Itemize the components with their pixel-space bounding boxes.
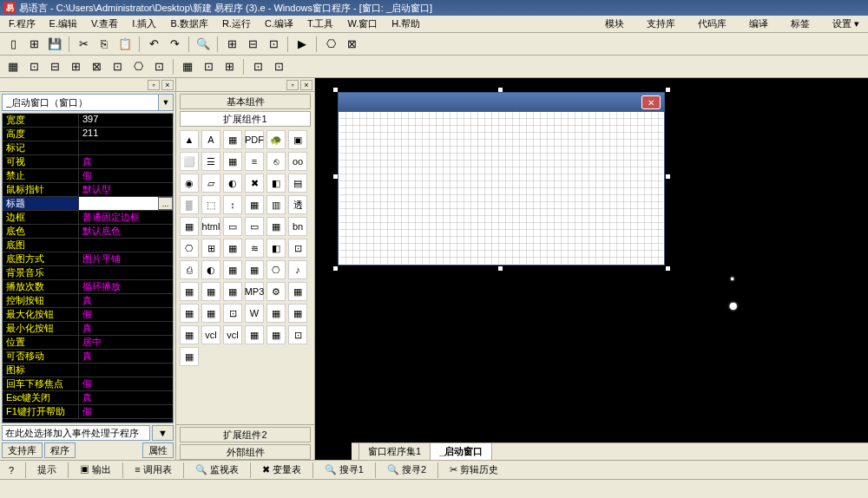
toolbar2-btn-10[interactable]: ⊡ bbox=[199, 57, 218, 76]
tool-item-32[interactable]: ▦ bbox=[223, 239, 242, 258]
prop-value[interactable]: 循环播放 bbox=[79, 280, 173, 293]
tool-item-56[interactable]: vcl bbox=[223, 325, 242, 344]
tool-item-48[interactable]: ▦ bbox=[180, 304, 199, 323]
tool-item-37[interactable]: ◐ bbox=[201, 260, 220, 279]
menu-help[interactable]: H.帮助 bbox=[386, 16, 425, 32]
toolbar1-btn-8[interactable]: ↶ bbox=[144, 35, 163, 54]
prop-value[interactable]: 普通固定边框 bbox=[79, 211, 173, 224]
tab-program-set[interactable]: 窗口程序集1 bbox=[358, 442, 431, 460]
toolbox-float-button[interactable]: ▫ bbox=[286, 80, 299, 90]
prop-value[interactable]: 图片平铺 bbox=[79, 252, 173, 265]
tooltab-ext1[interactable]: 扩展组件1 bbox=[180, 111, 311, 127]
menu-modules[interactable]: 模块 bbox=[600, 16, 629, 32]
tool-item-23[interactable]: 透 bbox=[288, 195, 307, 214]
tool-item-28[interactable]: ▦ bbox=[266, 217, 286, 236]
tab-program[interactable]: 程序 bbox=[44, 442, 76, 458]
toolbox-close-button[interactable]: × bbox=[300, 80, 312, 90]
prop-key[interactable]: 底图 bbox=[3, 239, 79, 252]
prop-key[interactable]: 最大化按钮 bbox=[3, 308, 79, 321]
tool-item-26[interactable]: ▭ bbox=[223, 217, 242, 236]
toolbar2-btn-5[interactable]: ⊡ bbox=[108, 57, 127, 76]
toolbar1-btn-15[interactable]: ⊡ bbox=[264, 35, 283, 54]
toolbar2-btn-14[interactable]: ⊡ bbox=[269, 57, 288, 76]
prop-value[interactable]: 居中 bbox=[79, 336, 173, 349]
prop-value[interactable]: 假 bbox=[79, 308, 173, 321]
prop-value[interactable]: 真 bbox=[79, 294, 173, 307]
toolbar2-btn-1[interactable]: ⊡ bbox=[24, 57, 43, 76]
prop-key[interactable]: 回车下移焦点 bbox=[3, 377, 79, 390]
prop-key[interactable]: 位置 bbox=[3, 336, 79, 349]
resize-handle-e[interactable] bbox=[665, 174, 671, 180]
form-client-area[interactable] bbox=[339, 112, 663, 264]
tool-item-14[interactable]: ◐ bbox=[223, 174, 242, 193]
tool-item-52[interactable]: ▦ bbox=[266, 304, 286, 323]
tool-item-24[interactable]: ▦ bbox=[180, 217, 199, 236]
tool-item-46[interactable]: ⚙ bbox=[266, 282, 286, 301]
tool-item-6[interactable]: ⬜ bbox=[180, 152, 199, 171]
bottombar-item-4[interactable]: 🔍 监视表 bbox=[190, 462, 244, 478]
bottombar-item-0[interactable]: ? bbox=[3, 463, 19, 477]
prop-key[interactable]: 播放次数 bbox=[3, 280, 79, 293]
tool-item-60[interactable]: ▦ bbox=[180, 347, 199, 366]
prop-value[interactable]: 默认型 bbox=[79, 183, 173, 196]
form-window[interactable]: ✕ bbox=[338, 92, 665, 265]
tool-item-9[interactable]: ≡ bbox=[245, 152, 264, 171]
prop-value[interactable]: 真 bbox=[79, 391, 173, 404]
prop-key[interactable]: 可视 bbox=[3, 155, 79, 168]
bottombar-item-1[interactable]: 提示 bbox=[32, 462, 62, 478]
toolbar2-btn-13[interactable]: ⊡ bbox=[248, 57, 267, 76]
prop-value[interactable]: 397 bbox=[79, 114, 173, 127]
tooltab-basic[interactable]: 基本组件 bbox=[180, 94, 311, 109]
property-grid[interactable]: 宽度397高度211标记可视真禁止假鼠标指针默认型标题...边框普通固定边框底色… bbox=[2, 113, 174, 423]
toolbar2-btn-7[interactable]: ⊡ bbox=[149, 57, 168, 76]
toolbar2-btn-3[interactable]: ⊞ bbox=[66, 57, 85, 76]
tool-item-27[interactable]: ▭ bbox=[245, 217, 264, 236]
tool-item-42[interactable]: ▦ bbox=[180, 282, 199, 301]
tab-startup-window[interactable]: _启动窗口 bbox=[430, 442, 492, 460]
tool-item-10[interactable]: ⎋ bbox=[266, 152, 286, 171]
toolbar1-btn-17[interactable]: ▶ bbox=[293, 35, 312, 54]
prop-key[interactable]: 鼠标指针 bbox=[3, 183, 79, 196]
prop-key[interactable]: 控制按钮 bbox=[3, 294, 79, 307]
menu-database[interactable]: B.数据库 bbox=[165, 16, 213, 32]
menu-window[interactable]: W.窗口 bbox=[342, 16, 383, 32]
resize-handle-ne[interactable] bbox=[665, 87, 671, 93]
menu-view[interactable]: V.查看 bbox=[86, 16, 123, 32]
tool-item-44[interactable]: ▦ bbox=[223, 282, 242, 301]
toolbar2-btn-0[interactable]: ▦ bbox=[3, 57, 23, 76]
prop-value[interactable]: 真 bbox=[79, 322, 173, 335]
tab-support-lib[interactable]: 支持库 bbox=[2, 442, 43, 458]
menu-tools[interactable]: T.工具 bbox=[302, 16, 339, 32]
prop-key[interactable]: 标题 bbox=[3, 197, 79, 210]
prop-value[interactable] bbox=[79, 239, 173, 252]
tool-item-20[interactable]: ↕ bbox=[223, 195, 242, 214]
tool-item-15[interactable]: ✖ bbox=[245, 174, 264, 193]
tool-item-55[interactable]: vcl bbox=[201, 325, 220, 344]
tool-item-49[interactable]: ▦ bbox=[201, 304, 220, 323]
resize-handle-se[interactable] bbox=[665, 265, 671, 272]
tool-item-5[interactable]: ▣ bbox=[288, 130, 307, 149]
tool-item-40[interactable]: ⎔ bbox=[266, 260, 286, 279]
toolbar1-btn-1[interactable]: ⊞ bbox=[24, 35, 43, 54]
tool-item-18[interactable]: ▒ bbox=[180, 195, 199, 214]
tooltab-ext2[interactable]: 扩展组件2 bbox=[180, 427, 311, 442]
toolbar1-btn-6[interactable]: 📋 bbox=[115, 35, 135, 54]
tool-item-22[interactable]: ▥ bbox=[266, 195, 286, 214]
toolbar2-btn-11[interactable]: ⊞ bbox=[220, 57, 239, 76]
toolbar2-btn-9[interactable]: ▦ bbox=[178, 57, 197, 76]
object-selector[interactable] bbox=[2, 94, 159, 111]
tool-item-0[interactable]: ▲ bbox=[180, 130, 199, 149]
menu-edit[interactable]: E.编辑 bbox=[44, 16, 82, 32]
tool-item-33[interactable]: ≋ bbox=[245, 239, 264, 258]
toolbar1-btn-5[interactable]: ⎘ bbox=[95, 35, 114, 54]
event-selector[interactable] bbox=[2, 425, 150, 441]
prop-value[interactable]: 假 bbox=[79, 169, 173, 182]
toolbar1-btn-13[interactable]: ⊞ bbox=[222, 35, 241, 54]
toolbar1-btn-11[interactable]: 🔍 bbox=[194, 35, 213, 54]
tool-item-45[interactable]: MP3 bbox=[245, 282, 264, 301]
prop-value[interactable]: 211 bbox=[79, 128, 173, 141]
menu-insert[interactable]: I.插入 bbox=[127, 16, 161, 32]
tool-item-41[interactable]: ♪ bbox=[288, 260, 307, 279]
tool-item-13[interactable]: ▱ bbox=[201, 174, 220, 193]
toolbar1-btn-2[interactable]: 💾 bbox=[45, 35, 64, 54]
